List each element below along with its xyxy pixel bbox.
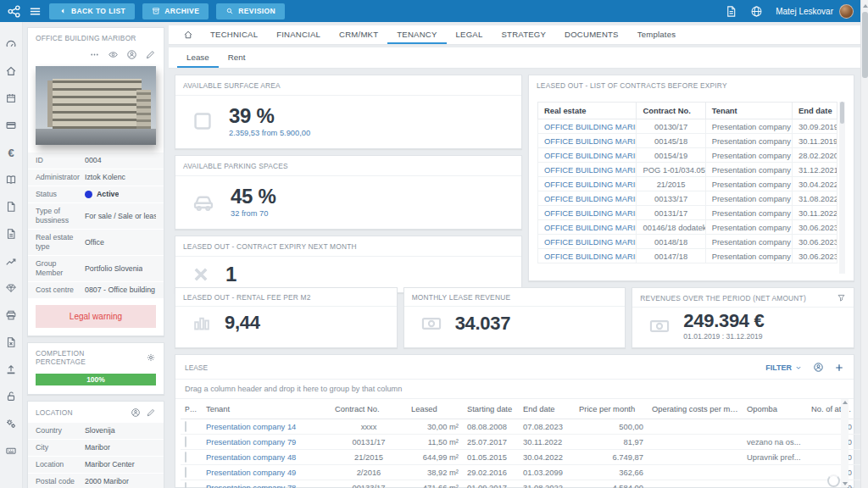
home-tab-icon[interactable] [175,25,201,44]
rental-fee-value: 9,44 [225,313,260,332]
app-logo-icon[interactable] [7,4,21,19]
tab-technical[interactable]: TECHNICAL [201,25,267,44]
field-row: ID0004 [28,152,164,169]
tab-tenancy[interactable]: TENANCY [387,25,446,44]
scroll-up-arrow[interactable] [863,4,868,8]
hamburger-menu-icon[interactable] [29,5,42,18]
lease-grid-card: LEASE FILTER Drag a column header and dr… [175,354,854,488]
edit-pencil-icon[interactable] [145,49,156,60]
widget-title: MONTHLY LEASE REVENUE [412,293,511,302]
revision-button[interactable]: REVISION [216,3,285,19]
calendar-icon[interactable] [0,85,22,112]
surface-detail-link[interactable]: 2.359,53 from 5.900,00 [229,129,310,137]
col-select[interactable]: Pr... [181,399,202,419]
col-contract-no[interactable]: Contract No. [637,103,705,119]
tab-crm-mkt[interactable]: CRM/MKT [330,25,387,44]
scrollbar-thumb[interactable] [862,12,868,78]
home-icon[interactable] [0,58,22,85]
row-checkbox[interactable] [185,467,186,478]
settings-icon[interactable] [0,410,22,437]
col-end-date[interactable]: End date [519,399,575,419]
contracts-title: LEASED OUT - LIST OF CONTRACTS BEFORE EX… [537,81,727,90]
col-operating-costs[interactable]: Operating costs per month [648,399,743,419]
more-icon[interactable] [89,49,100,60]
table-row: Presentation company 48 21/2015 644,99 m… [181,450,860,465]
euro-icon[interactable]: € [0,139,22,166]
document-blank-icon[interactable] [0,193,22,220]
col-tenant[interactable]: Tenant [202,399,331,419]
subtab-lease[interactable]: Lease [177,47,219,68]
col-end-date[interactable]: End date [793,103,837,119]
upload-icon[interactable] [0,356,22,383]
archive-button[interactable]: ARCHIVE [142,3,209,19]
sub-tabbar: Lease Rent [169,47,860,69]
row-checkbox[interactable] [185,482,186,488]
table-row: OFFICE BUILDING MARIBOR00131/17Presentat… [538,206,837,220]
col-tenant[interactable]: Tenant [705,103,792,119]
person-circle-icon[interactable] [131,408,141,418]
lease-title: LEASE [185,363,208,372]
eye-icon[interactable] [108,49,119,60]
page-scrollbar[interactable] [860,0,868,488]
gear-icon[interactable] [146,352,156,363]
payments-icon[interactable] [0,112,22,139]
col-attached[interactable]: No. of attached ... [807,399,856,419]
tab-documents[interactable]: DOCUMENTS [555,25,628,44]
person-circle-icon[interactable] [126,49,137,60]
row-checkbox[interactable] [185,421,186,432]
col-opomba[interactable]: Opomba [743,399,807,419]
group-drop-zone[interactable]: Drag a column header and drop it here to… [175,379,854,399]
tab-legal[interactable]: LEGAL [447,25,492,44]
print-icon[interactable] [0,302,22,329]
field-row: Group MemberPortfolio Slovenia [28,256,164,281]
back-to-list-button[interactable]: BACK TO LIST [49,3,135,19]
scroll-down-arrow[interactable] [843,482,848,485]
tab-templates[interactable]: Templates [628,25,686,44]
export-file-icon[interactable] [0,329,22,356]
globe-icon[interactable] [750,5,763,18]
banknote-icon [420,313,442,335]
back-arrow-icon [58,7,67,15]
period-revenues-value: 249.394 € [683,311,764,330]
table-row: Presentation company 78 00133/17 471,66 … [181,480,860,488]
person-circle-icon[interactable] [813,362,824,373]
col-real-estate[interactable]: Real estate [538,103,637,119]
terminal-icon[interactable] [0,437,22,464]
lease-scrollbar[interactable] [841,399,849,487]
analytics-icon[interactable] [0,247,22,274]
lock-icon[interactable] [0,383,22,410]
monthly-revenue-value: 34.037 [455,313,511,333]
widget-title: LEASED OUT - RENTAL FEE PER M2 [183,293,311,302]
edit-pencil-icon[interactable] [146,408,156,418]
parking-detail-link[interactable]: 32 from 70 [231,209,276,218]
dashboard-icon[interactable] [0,30,22,58]
lease-table: Pr... Tenant Contract No. Leased Startin… [181,399,860,488]
filter-icon[interactable] [837,293,846,302]
catalog-icon[interactable] [0,166,22,193]
col-leased[interactable]: Leased [407,399,463,419]
report-icon[interactable] [0,220,22,247]
premium-icon[interactable] [0,274,22,302]
legal-warning-badge[interactable]: Legal warning [36,305,156,328]
tab-financial[interactable]: FINANCIAL [267,25,330,44]
loading-spinner-icon [827,474,840,487]
col-price[interactable]: Price per month [575,399,648,419]
user-menu[interactable]: Matej Leskovar [776,4,854,19]
field-row: StatusActive [28,186,164,202]
col-contract-no[interactable]: Contract No. [331,399,407,419]
widget-title: AVAILABLE SURFACE AREA [183,81,281,90]
contracts-scrollbar[interactable] [839,102,845,274]
field-row: CountrySlovenija [28,423,164,439]
document-icon[interactable] [725,5,737,18]
add-lease-button[interactable] [834,363,844,373]
subtab-rent[interactable]: Rent [219,47,255,68]
filter-dropdown[interactable]: FILTER [765,363,803,372]
tab-strategy[interactable]: STRATEGY [492,25,555,44]
row-checkbox[interactable] [185,452,186,463]
row-checkbox[interactable] [185,436,186,447]
scroll-up-arrow[interactable] [843,401,848,404]
col-starting-date[interactable]: Starting date [463,399,519,419]
progress-bar: 100% [36,374,156,385]
widget-title: LEASED OUT - CONTRACT EXPIRY NEXT MONTH [183,242,357,251]
avatar [839,4,854,19]
